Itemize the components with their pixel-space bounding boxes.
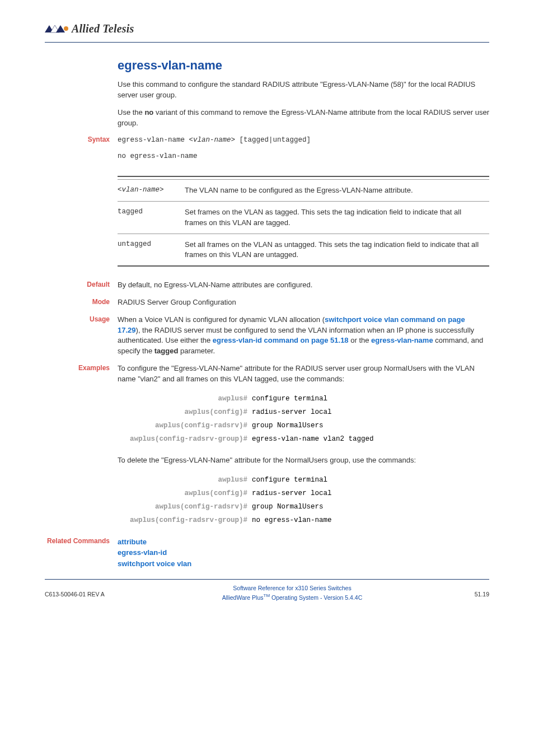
cli-row: awplus(config-radsrv)#group NormalUsers (118, 422, 489, 430)
page-header: Allied Telesis (45, 22, 489, 43)
page-number: 51.19 (456, 584, 489, 598)
intro2-post: variant of this command to remove the Eg… (118, 108, 489, 127)
param-name: tagged (118, 202, 185, 234)
intro-paragraph-2: Use the no variant of this command to re… (118, 108, 489, 129)
param-desc: Set all frames on the VLAN as untagged. … (185, 234, 489, 266)
cli-prompt: awplus(config-radsrv)# (118, 503, 252, 511)
cli-row: awplus(config)#radius-server local (118, 489, 489, 497)
param-desc: Set frames on the VLAN as tagged. This s… (185, 202, 489, 234)
cli-prompt: awplus# (118, 395, 252, 403)
param-name: untagged (118, 234, 185, 266)
related-list: attribute egress-vlan-id switchport voic… (118, 536, 489, 570)
footer-doc-id: C613-50046-01 REV A (45, 584, 129, 598)
param-name: <vlan-name> (118, 180, 185, 202)
parameter-table: <vlan-name> The VLAN name to be configur… (118, 176, 489, 267)
cli-cmd: configure terminal (252, 476, 489, 484)
cli-row: awplus(config)#radius-server local (118, 408, 489, 416)
syntax-label: Syntax (45, 135, 118, 166)
cli-block-1: awplus#configure terminal awplus(config)… (118, 395, 489, 443)
cli-prompt: awplus(config)# (118, 408, 252, 416)
cli-cmd: group NormalUsers (252, 503, 489, 511)
examples-label: Examples (45, 363, 118, 385)
page-footer: C613-50046-01 REV A Software Reference f… (45, 584, 489, 601)
mode-body: RADIUS Server Group Configuration (118, 297, 489, 308)
related-section: Related Commands attribute egress-vlan-i… (118, 536, 489, 570)
command-title: egress-vlan-name (118, 58, 489, 73)
related-link-attribute[interactable]: attribute (118, 536, 489, 548)
intro2-pre: Use the (118, 108, 144, 116)
mode-section: Mode RADIUS Server Group Configuration (118, 297, 489, 308)
cli-prompt: awplus(config-radsrv-group)# (118, 516, 252, 524)
cli-row: awplus#configure terminal (118, 395, 489, 403)
syntax1b: vlan-name (193, 136, 231, 144)
param-desc: The VLAN name to be configured as the Eg… (185, 180, 489, 202)
link-switchport-voice-vlan[interactable]: switchport voice vlan (325, 315, 399, 324)
cli-prompt: awplus(config-radsrv)# (118, 422, 252, 430)
intro2-bold: no (144, 108, 153, 116)
footer-divider (45, 579, 489, 580)
cli-prompt: awplus(config-radsrv-group)# (118, 435, 252, 443)
brand-name: Allied Telesis (72, 22, 134, 35)
link-egress-vlan-name[interactable]: egress-vlan-name (371, 336, 433, 344)
cli-row: awplus(config-radsrv)#group NormalUsers (118, 503, 489, 511)
main-content: egress-vlan-name Use this command to con… (118, 58, 489, 569)
link-page-5118[interactable]: command on page 51.18 (262, 336, 349, 344)
table-row: untagged Set all frames on the VLAN as u… (118, 234, 489, 266)
cli-cmd: radius-server local (252, 408, 489, 416)
related-label: Related Commands (45, 536, 118, 570)
cli-cmd: no egress-vlan-name (252, 516, 489, 524)
syntax-body: egress-vlan-name <vlan-name> [tagged|unt… (118, 135, 489, 166)
cli-cmd: radius-server local (252, 489, 489, 497)
intro-paragraph-1: Use this command to configure the standa… (118, 80, 489, 101)
footer-line1: Software Reference for x310 Series Switc… (129, 584, 456, 592)
related-link-egress-vlan-id[interactable]: egress-vlan-id (118, 547, 489, 558)
syntax1a: egress-vlan-name < (118, 136, 193, 144)
usage-section: Usage When a Voice VLAN is configured fo… (118, 315, 489, 357)
cli-row: awplus#configure terminal (118, 476, 489, 484)
svg-point-3 (64, 26, 68, 31)
table-row: <vlan-name> The VLAN name to be configur… (118, 180, 489, 202)
cli-cmd: egress-vlan-name vlan2 tagged (252, 435, 489, 443)
example1-text: To configure the "Egress-VLAN-Name" attr… (118, 363, 489, 385)
table-row: tagged Set frames on the VLAN as tagged.… (118, 202, 489, 234)
default-body: By default, no Egress-VLAN-Name attribut… (118, 280, 489, 291)
brand-icon (45, 24, 69, 34)
example2-text: To delete the "Egress-VLAN-Name" attribu… (118, 455, 489, 466)
syntax1c: > [tagged|untagged] (231, 136, 311, 144)
header-divider (45, 42, 489, 43)
cli-block-2: awplus#configure terminal awplus(config)… (118, 476, 489, 524)
link-egress-vlan-id[interactable]: egress-vlan-id (213, 336, 262, 344)
mode-label: Mode (45, 297, 118, 308)
brand-logo: Allied Telesis (45, 22, 489, 35)
cli-cmd: group NormalUsers (252, 422, 489, 430)
default-section: Default By default, no Egress-VLAN-Name … (118, 280, 489, 291)
default-label: Default (45, 280, 118, 291)
syntax-section: Syntax egress-vlan-name <vlan-name> [tag… (118, 135, 489, 166)
examples-section: Examples To configure the "Egress-VLAN-N… (118, 363, 489, 385)
cli-cmd: configure terminal (252, 395, 489, 403)
related-link-switchport-voice-vlan[interactable]: switchport voice vlan (118, 558, 489, 570)
footer-line2: AlliedWare PlusTM Operating System - Ver… (129, 592, 456, 601)
svg-marker-2 (56, 25, 65, 32)
footer-center: Software Reference for x310 Series Switc… (129, 584, 456, 601)
cli-row: awplus(config-radsrv-group)#egress-vlan-… (118, 435, 489, 443)
cli-prompt: awplus(config)# (118, 489, 252, 497)
usage-body: When a Voice VLAN is configured for dyna… (118, 315, 489, 357)
syntax-line-2: no egress-vlan-name (118, 151, 489, 161)
cli-row: awplus(config-radsrv-group)#no egress-vl… (118, 516, 489, 524)
syntax-line-1: egress-vlan-name <vlan-name> [tagged|unt… (118, 135, 489, 145)
usage-label: Usage (45, 315, 118, 357)
cli-prompt: awplus# (118, 476, 252, 484)
